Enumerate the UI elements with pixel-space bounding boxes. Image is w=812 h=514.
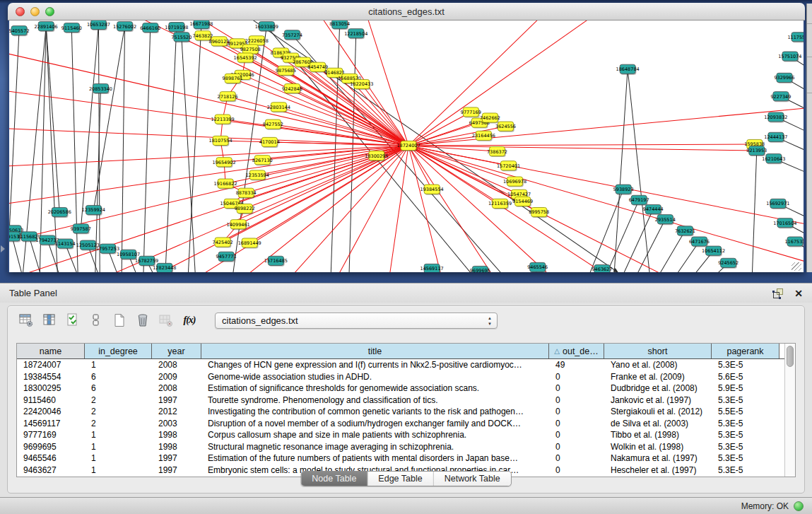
graph-node[interactable]: 18220433 — [350, 79, 373, 90]
cell-name[interactable]: 9463627 — [17, 465, 85, 477]
cell-out_de[interactable]: 0 — [549, 382, 604, 395]
graph-node[interactable]: 3624556 — [495, 122, 516, 132]
cell-year[interactable]: 2008 — [152, 382, 201, 395]
graph-edge[interactable] — [751, 151, 757, 272]
graph-node[interactable]: 2935514 — [655, 215, 676, 226]
graph-edge[interactable] — [9, 146, 408, 167]
graph-node[interactable]: 7425402 — [213, 238, 233, 248]
tab-network-table[interactable]: Network Table — [434, 472, 511, 486]
cell-pagerank[interactable]: 5.3E-5 — [712, 465, 779, 477]
cell-out_de[interactable]: 0 — [549, 452, 604, 465]
table-row[interactable]: 977716911998Corpus callosum shape and si… — [17, 429, 784, 441]
column-header-pagerank[interactable]: pagerank — [712, 344, 779, 358]
table-row[interactable]: 969969511998Structural magnetic resonanc… — [17, 441, 784, 453]
cell-pagerank[interactable]: 5.3E-5 — [712, 452, 779, 465]
cell-pagerank[interactable]: 5.3E-5 — [712, 418, 779, 430]
graph-edge[interactable] — [408, 146, 757, 151]
cell-short[interactable]: Nakamura et al. (1997) — [604, 452, 712, 465]
graph-edge[interactable] — [71, 28, 78, 272]
table-row[interactable]: 911546021997Tourette syndrome. Phenomeno… — [17, 395, 784, 407]
graph-node[interactable]: 18107554 — [209, 136, 233, 146]
cell-name[interactable]: 14569117 — [17, 418, 85, 430]
graph-edge[interactable] — [187, 24, 201, 272]
graph-edge[interactable] — [93, 26, 124, 210]
graph-node[interactable]: 17016504 — [773, 218, 796, 229]
graph-node[interactable]: 9457771 — [216, 252, 237, 262]
cell-out_de[interactable]: 0 — [549, 441, 604, 453]
cell-name[interactable]: 22420046 — [17, 406, 85, 418]
graph-node[interactable]: 14569117 — [420, 264, 444, 272]
graph-edge[interactable] — [143, 28, 151, 272]
tab-edge-table[interactable]: Edge Table — [367, 472, 433, 486]
graph-node[interactable]: 8813054 — [329, 21, 350, 30]
cell-pagerank[interactable]: 5.3E-5 — [712, 395, 779, 407]
table-row[interactable]: 2242004622012Investigating the contribut… — [17, 406, 784, 418]
graph-node[interactable]: 7462662 — [480, 113, 500, 124]
cell-short[interactable]: Wolkin et al. (1998) — [604, 441, 712, 453]
graph-node[interactable]: 15716485 — [264, 256, 288, 267]
graph-node[interactable]: 5938923 — [613, 185, 634, 195]
graph-node[interactable]: 12353594 — [246, 170, 269, 181]
cell-in_degree[interactable]: 2 — [85, 395, 152, 407]
delete-rows-icon[interactable] — [134, 311, 152, 329]
graph-node[interactable]: 18300295 — [365, 151, 388, 162]
graph-node[interactable]: 22803144 — [267, 103, 290, 113]
cell-in_degree[interactable]: 6 — [85, 382, 152, 395]
graph-node[interactable]: 16671988 — [189, 21, 213, 30]
function-builder-icon[interactable]: f(x) — [180, 311, 199, 329]
graph-edge[interactable] — [330, 24, 340, 272]
graph-node[interactable]: 8427552 — [263, 119, 283, 130]
cell-short[interactable]: Franke et al. (2009) — [604, 371, 712, 383]
graph-node[interactable]: 12444137 — [764, 132, 787, 143]
row-height-icon[interactable] — [87, 311, 105, 329]
table-row[interactable]: 1456911722003Disruption of a novel membe… — [17, 418, 784, 430]
graph-node[interactable]: 10654112 — [702, 246, 725, 257]
graph-node[interactable]: 15692971 — [766, 199, 789, 209]
cell-pagerank[interactable]: 5.5E-5 — [712, 406, 779, 418]
cell-name[interactable]: 9777169 — [17, 429, 85, 441]
graph-node[interactable]: 18648784 — [616, 64, 640, 75]
cell-title[interactable]: Estimation of the future numbers of pati… — [201, 452, 549, 465]
cell-in_degree[interactable]: 1 — [85, 429, 152, 441]
column-header-year[interactable]: year — [152, 344, 201, 358]
graph-node[interactable]: 1167533 — [784, 237, 804, 247]
graph-node[interactable]: 19654902 — [213, 158, 236, 168]
cell-year[interactable]: 1997 — [152, 465, 201, 477]
show-columns-icon[interactable] — [40, 311, 59, 329]
cell-name[interactable]: 18300295 — [17, 382, 85, 395]
graph-node[interactable]: 11175551 — [787, 33, 804, 43]
cell-short[interactable]: Tibbo et al. (1998) — [604, 429, 712, 441]
table-scrollbar[interactable] — [784, 344, 795, 477]
graph-node[interactable]: 10696978 — [503, 177, 526, 187]
table-row[interactable]: 1872400712008Changes of HCN gene express… — [17, 359, 784, 371]
graph-node[interactable]: 9474444 — [643, 204, 664, 215]
graph-node[interactable]: 12823448 — [153, 263, 176, 272]
cell-year[interactable]: 2009 — [152, 371, 201, 383]
cell-pagerank[interactable]: 5.9E-5 — [712, 382, 779, 395]
cell-in_degree[interactable]: 1 — [85, 441, 152, 453]
graph-edge[interactable] — [408, 146, 804, 267]
graph-edge[interactable] — [122, 26, 125, 272]
graph-node[interactable]: 15720401 — [497, 161, 520, 172]
graph-node[interactable]: 5405572 — [9, 26, 30, 37]
cell-pagerank[interactable]: 5.6E-5 — [712, 371, 779, 383]
cell-out_de[interactable]: 0 — [549, 429, 604, 441]
cell-title[interactable]: Investigating the contribution of common… — [201, 406, 549, 418]
graph-edge[interactable] — [228, 96, 408, 146]
cell-in_degree[interactable]: 6 — [85, 371, 152, 383]
graph-edge[interactable] — [628, 69, 653, 272]
cell-year[interactable]: 2003 — [152, 418, 201, 430]
graph-node[interactable]: 7386372 — [487, 147, 507, 158]
graph-edge[interactable] — [612, 69, 628, 272]
cell-title[interactable]: Structural magnetic resonance image aver… — [201, 441, 549, 453]
table-select[interactable]: citations_edges.txt ▲▼ — [215, 313, 498, 329]
cell-title[interactable]: Corpus callosum shape and size in male p… — [201, 429, 549, 441]
graph-node[interactable]: 19166822 — [214, 179, 237, 189]
graph-node[interactable]: 22891406 — [35, 22, 58, 33]
graph-node[interactable]: 9397587 — [71, 224, 91, 235]
cell-out_de[interactable]: 0 — [549, 395, 604, 407]
cell-title[interactable]: Changes of HCN gene expression and I(f) … — [201, 359, 549, 371]
cell-name[interactable]: 9115460 — [17, 395, 85, 407]
cell-pagerank[interactable]: 5.3E-5 — [712, 441, 779, 453]
close-window-icon[interactable] — [16, 7, 25, 16]
